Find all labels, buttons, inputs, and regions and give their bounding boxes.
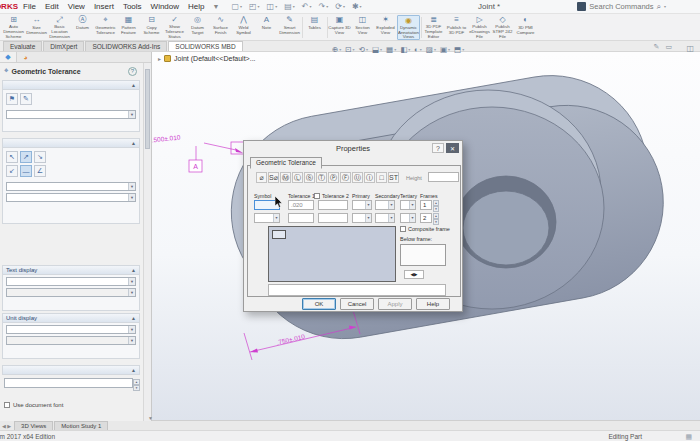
cancel-button[interactable]: Cancel [340,298,374,310]
gdt-symbol-button[interactable]: Ⓛ [292,172,303,183]
quick-access-button[interactable]: ↷▾ [318,2,328,11]
use-document-font-checkbox[interactable] [4,402,10,408]
section-header[interactable]: ▲ [3,139,139,148]
headsup-button[interactable]: ◧▾ [400,45,410,54]
ribbon-button[interactable]: ⌖ Geometric Tolerance [94,15,117,40]
primary-datum-combo-row1[interactable]: ▼ [352,200,372,210]
gdt-symbol-button[interactable]: □ [376,172,387,183]
ribbon-button[interactable]: ≣ 3D PDF Template Editor [422,15,445,40]
text-thickness-combo[interactable]: ▼ [6,288,136,297]
pencil-icon[interactable]: ✎ [654,43,660,51]
symbol-combo-row2[interactable]: ▼ [254,213,280,223]
search-commands[interactable]: Search Commands ⌕ ▾ [577,2,666,12]
ribbon-button[interactable]: ▦ Pattern Feature [117,15,140,40]
pin-icon[interactable]: ▼ [213,3,220,10]
frames-input-row1[interactable]: 1 [420,200,432,210]
bottom-tab[interactable]: Motion Study 1 [54,421,108,430]
ribbon-button[interactable]: ↔ Size Dimension [25,15,48,40]
tree-expand-icon[interactable]: ▸ [158,55,161,62]
ribbon-button[interactable]: ◎ Datum Target [186,15,209,40]
headsup-button[interactable]: ⬒▾ [454,45,464,54]
ribbon-button[interactable]: ≡ Publish to 3D PDF [445,15,468,40]
quick-access-button[interactable]: ↶▾ [302,2,312,11]
gdt-symbol-button[interactable]: ST [388,172,399,183]
section-header[interactable]: ▲ [2,365,140,375]
search-input[interactable]: Search Commands [589,2,653,11]
headsup-button[interactable]: ⊡▾ [345,45,354,54]
commandmanager-tab[interactable]: SOLIDWORKS Add-Ins [85,41,167,51]
leader-button[interactable]: ↗ [20,151,32,163]
panel-icon[interactable]: ▭ [665,43,672,51]
ribbon-button[interactable]: ⊟ Copy Scheme [140,15,163,40]
tolerance1-input-row1[interactable]: .020 [288,200,314,210]
angle-spinner[interactable]: ▲ ▼ [133,379,140,389]
spinner-down-icon[interactable]: ▼ [433,206,439,212]
menu-item[interactable]: Edit [45,2,59,11]
frame-text-field[interactable] [268,284,446,296]
tab-scroll-arrows[interactable]: ◀ ▶ [2,423,11,430]
quick-access-button[interactable]: ▢▾ [231,2,242,11]
ribbon-button[interactable]: ⤢ Basic Location Dimension [48,15,71,40]
headsup-button[interactable]: ⬓▾ [372,45,382,54]
angle-input[interactable]: ▲ ▼ [4,378,133,388]
headsup-button[interactable]: ⊕▾ [332,45,341,54]
feature-tree-flyout[interactable]: ▸ Joint (Default<<Default>... [158,55,256,62]
task-pane-toggle-icon[interactable]: ◫ [686,44,694,53]
section-header[interactable]: Text display▲ [3,266,139,275]
ribbon-button[interactable]: ▣ Capture 3D View [328,15,351,40]
unit-thickness-combo[interactable]: ▼ [6,336,136,345]
quick-access-button[interactable]: ⟳▾ [335,2,345,11]
ribbon-button[interactable]: ▷ Publish eDrawings File [468,15,491,40]
tertiary-datum-combo-row2[interactable]: ▼ [400,213,416,223]
leader-button[interactable]: ↘ [34,151,46,163]
commandmanager-tab[interactable]: SOLIDWORKS MBD [168,41,242,51]
composite-frame-checkbox[interactable] [400,226,406,232]
between-arrows-button[interactable]: ◀▶ [404,270,424,279]
tolerance2-input-row2[interactable] [318,213,348,223]
ribbon-button[interactable]: A Note [255,15,278,40]
leader-button[interactable]: ↖ [6,151,18,163]
commandmanager-tab[interactable]: DimXpert [43,41,84,51]
apply-button[interactable]: Apply [378,298,412,310]
tertiary-datum-combo-row1[interactable]: ▼ [400,200,416,210]
bottom-tab[interactable]: 3D Views [14,421,53,430]
ribbon-button[interactable]: ◇ Publish STEP 242 File [491,15,514,40]
ribbon-button[interactable]: ◫ Section View [351,15,374,40]
gdt-symbol-button[interactable]: Ⓘ [364,172,375,183]
chevron-down-icon[interactable]: ▾ [664,4,666,9]
section-header[interactable]: ▲ [3,81,139,90]
height-input[interactable] [428,172,459,182]
collapse-chevron-icon[interactable]: ▲ [131,140,136,146]
propertymanager-tab[interactable]: ◆ [0,52,17,62]
gdt-symbol-button[interactable]: ⌀ [256,172,267,183]
headsup-button[interactable]: ▣▾ [440,45,450,54]
style-button[interactable]: ⚑ [6,93,18,105]
primary-datum-combo-row2[interactable]: ▼ [352,213,372,223]
help-button[interactable]: Help [416,298,450,310]
frames-spinner-row2[interactable]: ▲▼ [433,213,439,223]
leader-thickness-combo[interactable]: ▼ [6,193,136,202]
collapse-chevron-icon[interactable]: ▲ [131,82,136,88]
collapse-chevron-icon[interactable]: ▲ [131,367,136,373]
tolerance1-input-row2[interactable] [288,213,314,223]
gdt-symbol-button[interactable]: Ⓣ [316,172,327,183]
leader-button[interactable]: ↙ [6,165,18,177]
text-display-combo[interactable]: ▼ [6,277,136,286]
unit-display-combo[interactable]: ▼ [6,325,136,334]
collapse-chevron-icon[interactable]: ▲ [131,267,136,273]
ribbon-button[interactable]: Ⓐ Datum [71,15,94,40]
scrollbar-thumb[interactable] [145,69,150,149]
quick-access-button[interactable]: ◫▾ [267,2,278,11]
tolerance2-checkbox[interactable] [314,193,320,199]
menu-item[interactable]: Window [151,2,179,11]
gtol-preview-canvas[interactable] [268,226,396,282]
dialog-title-bar[interactable]: Properties ? ✕ [244,141,462,155]
gdt-symbol-button[interactable]: Ⓟ [328,172,339,183]
headsup-button[interactable]: ⟲▾ [359,45,368,54]
below-frame-input[interactable] [400,244,446,266]
headsup-button[interactable]: ▨▾ [426,45,436,54]
gdt-symbol-button[interactable]: S⌀ [268,172,279,183]
menu-item[interactable]: Insert [94,2,114,11]
leader-button[interactable]: — [20,165,32,177]
ribbon-button[interactable]: ∿ Surface Finish [209,15,232,40]
